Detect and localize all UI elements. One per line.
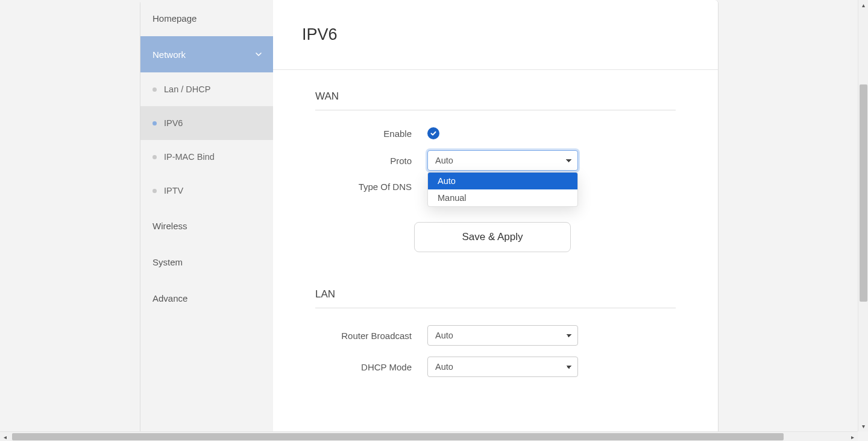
- dot-icon: [153, 121, 157, 125]
- row-enable: Enable: [315, 127, 676, 139]
- enable-toggle[interactable]: [427, 127, 439, 139]
- sidebar: Homepage Network Lan / DHCP IPV6: [140, 0, 273, 431]
- page-title: IPV6: [273, 0, 718, 70]
- sidebar-item-wireless[interactable]: Wireless: [140, 208, 273, 244]
- vertical-scrollbar[interactable]: ▴ ▾: [858, 0, 868, 431]
- label-proto: Proto: [315, 156, 427, 166]
- dhcp-mode-select-value: Auto: [435, 362, 453, 372]
- main-panel: IPV6 WAN Enable Proto Auto: [273, 0, 718, 431]
- save-apply-button[interactable]: Save & Apply: [414, 222, 571, 252]
- chevron-down-icon: [255, 51, 262, 58]
- router-broadcast-select-value: Auto: [435, 331, 453, 340]
- proto-dropdown: Auto Manual: [427, 172, 578, 207]
- sidebar-item-lan-dhcp[interactable]: Lan / DHCP: [140, 72, 273, 106]
- sidebar-item-ip-mac-bind[interactable]: IP-MAC Bind: [140, 140, 273, 174]
- sidebar-item-homepage[interactable]: Homepage: [140, 0, 273, 36]
- sidebar-item-label: IP-MAC Bind: [164, 152, 215, 162]
- proto-select[interactable]: Auto: [427, 150, 578, 171]
- check-icon: [430, 130, 437, 137]
- section-title-lan: LAN: [315, 288, 676, 308]
- label-enable: Enable: [315, 128, 427, 139]
- sidebar-item-network[interactable]: Network: [140, 36, 273, 72]
- scroll-down-arrow-icon[interactable]: ▾: [858, 421, 868, 431]
- scroll-right-arrow-icon[interactable]: ▸: [848, 432, 858, 441]
- scroll-up-arrow-icon[interactable]: ▴: [858, 0, 868, 10]
- sidebar-item-label: Homepage: [153, 13, 197, 24]
- sidebar-item-iptv[interactable]: IPTV: [140, 174, 273, 208]
- horizontal-scrollbar[interactable]: ◂ ▸: [0, 431, 858, 441]
- sidebar-item-label: Advance: [153, 293, 187, 303]
- horizontal-scroll-thumb[interactable]: [12, 433, 784, 440]
- dhcp-mode-select[interactable]: Auto: [427, 357, 578, 377]
- proto-option-manual[interactable]: Manual: [428, 189, 577, 206]
- sidebar-item-label: IPTV: [164, 186, 183, 195]
- vertical-scroll-thumb[interactable]: [860, 84, 867, 302]
- label-dhcp-mode: DHCP Mode: [315, 362, 427, 372]
- sidebar-item-label: IPV6: [164, 118, 183, 128]
- sidebar-sub-items-network: Lan / DHCP IPV6 IP-MAC Bind IPTV: [140, 72, 273, 208]
- dot-icon: [153, 189, 157, 193]
- row-proto: Proto Auto Auto Manual: [315, 150, 676, 171]
- section-title-wan: WAN: [315, 90, 676, 110]
- sidebar-item-label: Network: [153, 49, 186, 60]
- row-dhcp-mode: DHCP Mode Auto: [315, 357, 676, 377]
- sidebar-item-label: Wireless: [153, 221, 187, 231]
- section-lan: LAN Router Broadcast Auto DHCP Mode Auto: [273, 252, 718, 377]
- label-dns: Type Of DNS: [315, 182, 427, 192]
- proto-select-value: Auto: [435, 156, 453, 165]
- proto-option-auto[interactable]: Auto: [428, 173, 577, 189]
- section-wan: WAN Enable Proto Auto: [273, 70, 718, 252]
- label-router-broadcast: Router Broadcast: [315, 331, 427, 341]
- dot-icon: [153, 155, 157, 159]
- sidebar-item-advance[interactable]: Advance: [140, 280, 273, 316]
- row-router-broadcast: Router Broadcast Auto: [315, 325, 676, 346]
- scroll-left-arrow-icon[interactable]: ◂: [0, 432, 10, 441]
- router-broadcast-select[interactable]: Auto: [427, 325, 578, 346]
- sidebar-item-ipv6[interactable]: IPV6: [140, 106, 273, 140]
- sidebar-item-label: Lan / DHCP: [164, 84, 210, 94]
- sidebar-item-system[interactable]: System: [140, 244, 273, 280]
- sidebar-item-label: System: [153, 257, 183, 267]
- dot-icon: [153, 87, 157, 92]
